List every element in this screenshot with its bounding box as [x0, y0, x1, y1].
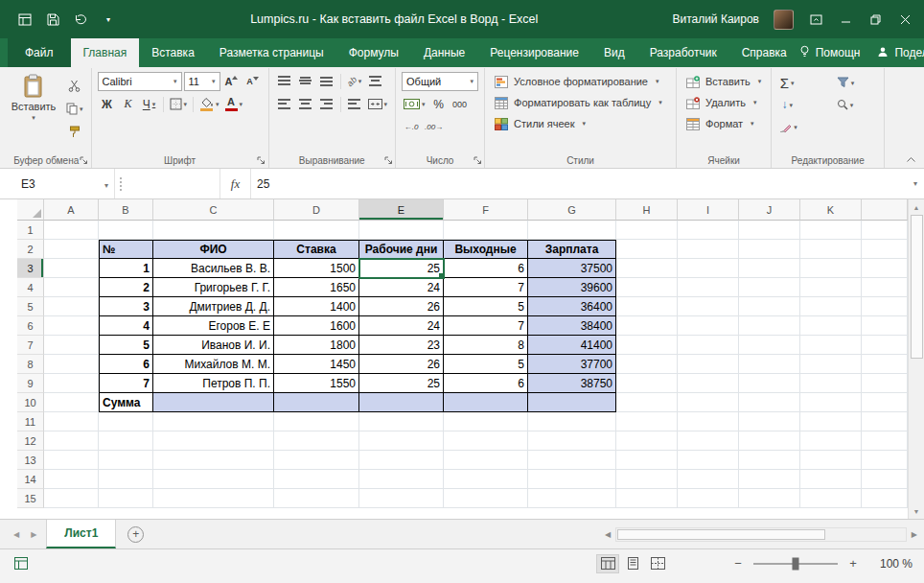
- cell-J7[interactable]: [739, 336, 800, 355]
- cell-I4[interactable]: [678, 278, 739, 297]
- cell-A3[interactable]: [44, 259, 99, 278]
- cell-J9[interactable]: [739, 374, 800, 393]
- cell-15-partial[interactable]: [862, 489, 908, 508]
- font-dialog-launcher[interactable]: [257, 155, 266, 165]
- cell-D1[interactable]: [274, 221, 359, 240]
- cell-A6[interactable]: [44, 316, 99, 336]
- cell-I13[interactable]: [678, 451, 739, 470]
- cell-G11[interactable]: [528, 412, 616, 431]
- sort-filter-button[interactable]: [835, 73, 857, 92]
- cell-J11[interactable]: [739, 412, 800, 431]
- cell-5-partial[interactable]: [862, 297, 908, 316]
- cell-I2[interactable]: [678, 240, 739, 259]
- cell-I14[interactable]: [678, 470, 739, 489]
- cell-styles-button[interactable]: Стили ячеек: [491, 113, 670, 134]
- fill-color-button[interactable]: [197, 95, 221, 114]
- cell-E4[interactable]: 24: [359, 278, 444, 297]
- horizontal-scroll-thumb[interactable]: [617, 529, 825, 540]
- ribbon-tab-1[interactable]: Главная: [71, 38, 140, 67]
- column-header-B[interactable]: B: [99, 199, 153, 221]
- grow-font-button[interactable]: А: [222, 72, 242, 91]
- tell-me-button[interactable]: Помощн: [799, 45, 861, 60]
- cell-C15[interactable]: [153, 489, 274, 508]
- cell-A1[interactable]: [44, 221, 99, 240]
- cell-C9[interactable]: Петров П. П.: [153, 374, 274, 393]
- cell-10-partial[interactable]: [862, 393, 908, 412]
- row-header-6[interactable]: 6: [17, 316, 44, 336]
- cell-J5[interactable]: [739, 297, 800, 316]
- view-normal-button[interactable]: [596, 554, 619, 573]
- vertical-scrollbar[interactable]: [908, 199, 924, 519]
- cell-B7[interactable]: 5: [99, 336, 153, 355]
- ribbon-tab-3[interactable]: Разметка страницы: [207, 38, 336, 67]
- cell-J1[interactable]: [739, 221, 800, 240]
- cell-E12[interactable]: [359, 431, 444, 451]
- cell-4-partial[interactable]: [862, 278, 908, 297]
- cell-J12[interactable]: [739, 431, 800, 451]
- align-middle-button[interactable]: [296, 72, 315, 91]
- cell-G14[interactable]: [528, 470, 616, 489]
- cell-H6[interactable]: [616, 316, 678, 336]
- zoom-slider-thumb[interactable]: [793, 557, 799, 570]
- cell-C5[interactable]: Дмитриев Д. Д.: [153, 297, 274, 316]
- cut-button[interactable]: [64, 76, 85, 95]
- cell-H12[interactable]: [616, 431, 678, 451]
- cell-G9[interactable]: 38750: [528, 374, 616, 393]
- cell-E11[interactable]: [359, 412, 444, 431]
- cell-I15[interactable]: [678, 489, 739, 508]
- cell-13-partial[interactable]: [862, 451, 908, 470]
- cell-C8[interactable]: Михайлов М. М.: [153, 355, 274, 374]
- align-top-button[interactable]: [275, 72, 294, 91]
- cell-G15[interactable]: [528, 489, 616, 508]
- cell-G6[interactable]: 38400: [528, 316, 616, 336]
- cell-7-partial[interactable]: [862, 336, 908, 355]
- cell-B1[interactable]: [99, 221, 153, 240]
- new-sheet-button[interactable]: [127, 526, 144, 543]
- cell-14-partial[interactable]: [862, 470, 908, 489]
- row-header-12[interactable]: 12: [17, 431, 44, 451]
- cell-D9[interactable]: 1550: [274, 374, 359, 393]
- cell-K4[interactable]: [800, 278, 862, 297]
- qat-customize-icon[interactable]: [101, 11, 116, 28]
- insert-function-button[interactable]: fx: [220, 169, 251, 198]
- cell-F15[interactable]: [444, 489, 528, 508]
- cell-C3[interactable]: Васильев В. В.: [153, 259, 274, 278]
- zoom-out-button[interactable]: [730, 556, 746, 571]
- cell-C1[interactable]: [153, 221, 274, 240]
- restore-icon[interactable]: [867, 11, 883, 28]
- horizontal-scroll-track[interactable]: [615, 527, 907, 542]
- row-header-15[interactable]: 15: [17, 489, 44, 508]
- cell-K7[interactable]: [800, 336, 862, 355]
- cell-D3[interactable]: 1500: [274, 259, 359, 278]
- ribbon-tab-2[interactable]: Вставка: [139, 38, 207, 67]
- name-box-dropdown-icon[interactable]: [104, 177, 108, 191]
- cell-9-partial[interactable]: [862, 374, 908, 393]
- cell-F2[interactable]: Выходные: [444, 240, 528, 259]
- paste-button[interactable]: Вставить: [8, 71, 59, 141]
- cell-J2[interactable]: [739, 240, 800, 259]
- column-header-C[interactable]: C: [153, 199, 274, 221]
- decrease-indent-button[interactable]: [345, 95, 364, 114]
- cell-E1[interactable]: [359, 221, 444, 240]
- name-box[interactable]: E3: [15, 169, 115, 198]
- conditional-formatting-button[interactable]: Условное форматирование: [491, 71, 670, 92]
- row-header-10[interactable]: 10: [17, 393, 44, 412]
- cell-G12[interactable]: [528, 431, 616, 451]
- cell-I9[interactable]: [678, 374, 739, 393]
- cell-E7[interactable]: 23: [359, 336, 444, 355]
- cell-I5[interactable]: [678, 297, 739, 316]
- cell-K12[interactable]: [800, 431, 862, 451]
- cell-J13[interactable]: [739, 451, 800, 470]
- cell-B4[interactable]: 2: [99, 278, 153, 297]
- cell-D14[interactable]: [274, 470, 359, 489]
- clipboard-dialog-launcher[interactable]: [80, 155, 89, 165]
- cell-F5[interactable]: 5: [444, 297, 528, 316]
- cell-C2[interactable]: ФИО: [153, 240, 274, 259]
- bold-button[interactable]: Ж: [98, 95, 117, 114]
- number-dialog-launcher[interactable]: [473, 155, 482, 165]
- column-header-F[interactable]: F: [444, 199, 528, 221]
- cell-K9[interactable]: [800, 374, 862, 393]
- cell-F1[interactable]: [444, 221, 528, 240]
- formula-input[interactable]: 25: [251, 169, 907, 198]
- cell-E9[interactable]: 25: [359, 374, 444, 393]
